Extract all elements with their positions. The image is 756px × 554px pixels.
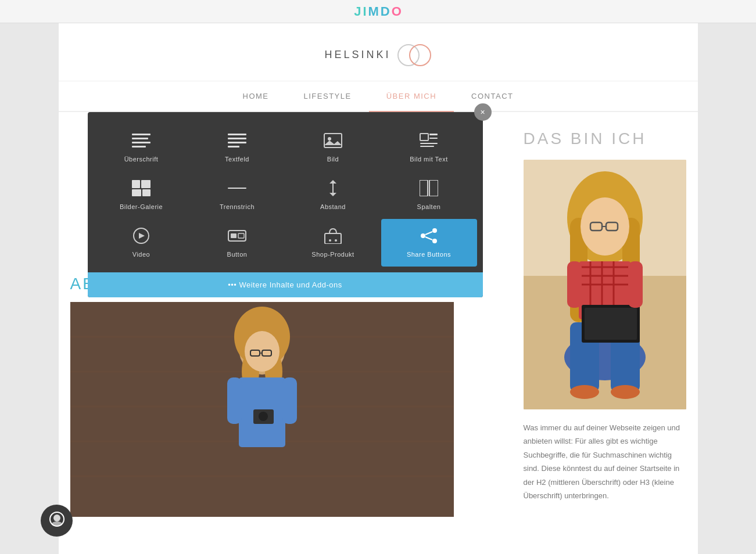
svg-point-0	[398, 45, 419, 66]
svg-rect-19	[132, 189, 141, 196]
button-icon	[228, 228, 246, 246]
svg-marker-26	[139, 233, 145, 239]
widget-abstand-label: Abstand	[320, 203, 346, 210]
nav-item-lifestyle[interactable]: LIFESTYLE	[286, 81, 369, 111]
svg-rect-2	[132, 134, 151, 135]
image-text-icon	[420, 132, 438, 151]
profile-image-svg	[524, 160, 686, 409]
svg-rect-16	[420, 146, 434, 147]
widget-uberschrift[interactable]: Überschrift	[94, 124, 189, 171]
widget-spalten[interactable]: Spalten	[381, 171, 477, 219]
main-column: × Überschrift	[59, 112, 512, 528]
widget-abstand[interactable]: Abstand	[285, 171, 381, 219]
site-header: HELSINKI	[59, 23, 698, 81]
svg-rect-3	[132, 138, 148, 139]
svg-point-34	[421, 233, 425, 238]
widget-trennstrich[interactable]: Trennstrich	[189, 171, 285, 219]
close-button[interactable]: ×	[474, 103, 492, 121]
site-logo-text: HELSINKI	[324, 49, 390, 61]
widget-galerie[interactable]: Bilder-Galerie	[94, 171, 189, 219]
svg-point-1	[410, 45, 431, 66]
widget-share[interactable]: Share Buttons	[381, 219, 477, 267]
nav-item-contact[interactable]: CONTACT	[454, 81, 531, 111]
nav-item-uber-mich[interactable]: ÜBER MICH	[369, 81, 454, 112]
page-wrapper: HELSINKI HOME LIFESTYLE ÜBER MICH CONTAC…	[59, 23, 698, 554]
profile-image	[524, 160, 686, 409]
svg-rect-9	[228, 146, 239, 148]
svg-rect-5	[132, 146, 146, 148]
widget-bild[interactable]: Bild	[285, 124, 381, 171]
widget-button[interactable]: Button	[189, 219, 285, 267]
svg-rect-81	[585, 308, 637, 340]
widget-button-label: Button	[227, 251, 248, 258]
svg-rect-30	[325, 233, 341, 244]
svg-rect-29	[238, 233, 244, 238]
widget-galerie-label: Bilder-Galerie	[120, 203, 163, 210]
nav-bar: HOME LIFESTYLE ÜBER MICH CONTACT	[59, 81, 698, 112]
spacer-icon	[324, 180, 342, 199]
site-logo-area: HELSINKI	[324, 41, 431, 70]
site-logo-icon	[397, 41, 432, 70]
svg-rect-15	[420, 143, 438, 144]
svg-point-87	[52, 521, 62, 526]
jimdo-badge[interactable]	[41, 505, 73, 537]
svg-point-32	[335, 239, 337, 242]
widget-panel: × Überschrift	[88, 112, 483, 297]
svg-rect-4	[132, 142, 151, 143]
add-more-button[interactable]: ••• Weitere Inhalte und Add-ons	[88, 272, 483, 297]
columns-icon	[420, 180, 438, 199]
body-text: Was immer du auf deiner Webseite zeigen …	[524, 421, 686, 502]
svg-line-37	[425, 237, 432, 240]
widget-spalten-label: Spalten	[417, 203, 441, 210]
svg-rect-8	[228, 142, 246, 143]
nav-item-home[interactable]: HOME	[225, 81, 286, 111]
section-heading: DAS BIN ICH	[524, 129, 686, 148]
svg-line-36	[425, 232, 432, 235]
svg-rect-17	[132, 180, 140, 188]
main-image	[70, 302, 454, 517]
svg-rect-13	[429, 134, 438, 135]
widget-shop-label: Shop-Produkt	[311, 251, 354, 258]
svg-rect-14	[429, 138, 438, 139]
share-icon	[420, 228, 438, 246]
content-area: × Überschrift	[59, 112, 698, 528]
top-bar: JIMDO	[0, 0, 756, 23]
text-icon	[228, 132, 246, 151]
svg-rect-10	[324, 134, 342, 148]
svg-rect-12	[420, 134, 428, 141]
widget-share-label: Share Buttons	[407, 251, 451, 258]
widget-textfeld-label: Textfeld	[225, 156, 249, 163]
svg-point-31	[329, 239, 331, 242]
svg-rect-23	[420, 180, 428, 196]
svg-point-11	[328, 137, 331, 141]
svg-rect-18	[141, 180, 151, 188]
widget-bild-mit-text[interactable]: Bild mit Text	[381, 124, 477, 171]
shop-icon	[324, 228, 342, 246]
svg-rect-20	[142, 189, 151, 196]
svg-point-78	[570, 385, 599, 399]
widget-video[interactable]: Video	[94, 219, 189, 267]
svg-point-55	[259, 412, 268, 421]
widget-shop[interactable]: Shop-Produkt	[285, 219, 381, 267]
svg-point-35	[432, 239, 437, 243]
svg-rect-83	[628, 261, 643, 308]
divider-icon	[228, 180, 246, 199]
svg-rect-21	[228, 188, 246, 189]
svg-point-79	[611, 385, 640, 399]
svg-rect-57	[282, 377, 297, 424]
widget-video-label: Video	[132, 251, 150, 258]
widget-bild-label: Bild	[327, 156, 339, 163]
jimdo-badge-icon	[49, 511, 65, 531]
widget-textfeld[interactable]: Textfeld	[189, 124, 285, 171]
widget-uberschrift-label: Überschrift	[124, 156, 159, 163]
widget-grid: Überschrift Textfeld	[88, 112, 483, 272]
image-icon	[324, 132, 342, 151]
main-image-svg	[70, 302, 454, 517]
svg-rect-24	[429, 180, 438, 196]
widget-trennstrich-label: Trennstrich	[220, 203, 255, 210]
gallery-icon	[132, 180, 151, 199]
right-column: DAS BIN ICH	[512, 112, 698, 528]
svg-rect-6	[228, 134, 246, 135]
svg-point-85	[53, 515, 60, 521]
heading-icon	[132, 132, 151, 151]
